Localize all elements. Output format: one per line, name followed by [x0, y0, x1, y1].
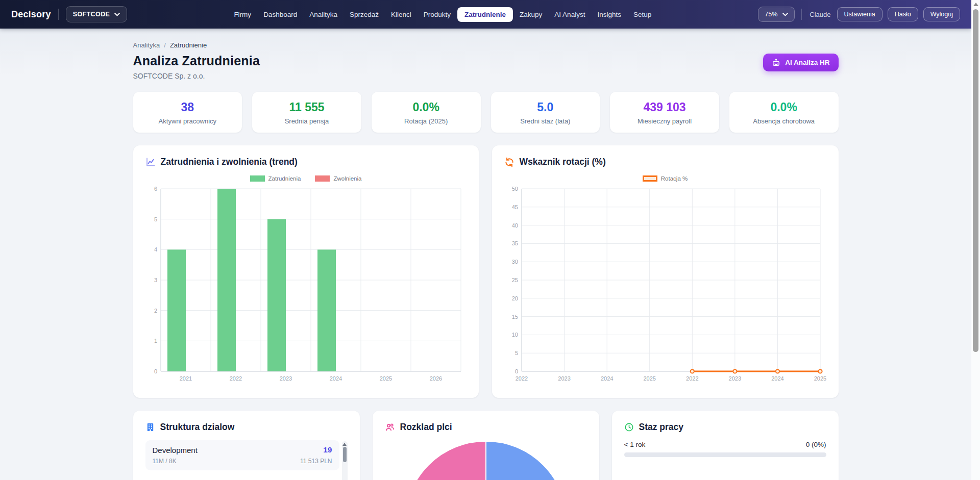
- kpi-card-aktywni-pracownicy: 38 Aktywni pracownicy: [133, 92, 242, 133]
- svg-text:45: 45: [511, 204, 518, 210]
- breadcrumb: Analityka / Zatrudnienie: [133, 41, 839, 49]
- nav-item-ai-analyst[interactable]: AI Analyst: [549, 7, 591, 22]
- departments-card: Struktura dzialow Development 19 11M / 8…: [133, 411, 360, 480]
- scrollbar-up-arrow-icon[interactable]: [973, 3, 978, 6]
- tenure-list: < 1 rok 0 (0%): [624, 441, 826, 457]
- clock-icon: [624, 422, 634, 432]
- svg-text:2023: 2023: [279, 375, 291, 382]
- svg-text:2022: 2022: [229, 375, 241, 382]
- legend-swatch: [250, 175, 265, 182]
- svg-text:2: 2: [154, 308, 157, 314]
- kpi-card-miesieczny-payroll: 439 103 Miesieczny payroll: [610, 92, 719, 133]
- hiring-chart-plot: 0123456202120222023202420252026: [145, 185, 467, 387]
- department-avg-salary: 11 513 PLN: [300, 458, 332, 465]
- scrollbar-thumb[interactable]: [973, 9, 978, 352]
- svg-text:15: 15: [511, 314, 518, 320]
- svg-text:50: 50: [511, 186, 518, 192]
- svg-text:2024: 2024: [771, 375, 783, 382]
- rotation-chart-legend: Rotacja %: [504, 175, 826, 182]
- tenure-value: 0 (0%): [806, 441, 826, 448]
- gender-pie-chart: [385, 440, 587, 480]
- nav-item-setup[interactable]: Setup: [628, 7, 657, 22]
- kpi-value: 0.0%: [733, 100, 835, 114]
- tenure-title: Staz pracy: [639, 422, 684, 433]
- robot-icon: [772, 58, 780, 67]
- people-icon: [385, 422, 395, 433]
- divider: [58, 9, 59, 20]
- legend-item-zwolnienia[interactable]: Zwolnienia: [315, 175, 361, 182]
- kpi-card-srednia-pensja: 11 555 Srednia pensja: [252, 92, 361, 133]
- company-selector[interactable]: SOFTCODE: [66, 6, 128, 22]
- nav-item-firmy[interactable]: Firmy: [228, 7, 257, 22]
- zoom-level-select[interactable]: 75%: [758, 7, 795, 22]
- svg-text:2025: 2025: [814, 375, 826, 382]
- kpi-label: Sredni staz (lata): [495, 117, 596, 125]
- hiring-chart-title: Zatrudnienia i zwolnienia (trend): [161, 157, 298, 167]
- password-button[interactable]: Hasło: [888, 7, 918, 21]
- logout-button[interactable]: Wyloguj: [923, 7, 960, 21]
- svg-text:40: 40: [511, 222, 518, 229]
- gender-card: Rozklad plci: [373, 411, 599, 480]
- tenure-label: < 1 rok: [624, 441, 646, 448]
- hiring-trend-card: Zatrudnienia i zwolnienia (trend) Zatrud…: [133, 145, 479, 398]
- breadcrumb-current: Zatrudnienie: [170, 41, 207, 49]
- gender-title: Rozklad plci: [400, 422, 452, 433]
- department-row-development: Development 19 11M / 8K 11 513 PLN: [145, 440, 339, 470]
- kpi-label: Miesieczny payroll: [614, 117, 715, 125]
- settings-button[interactable]: Ustawienia: [837, 7, 883, 21]
- nav-item-zakupy[interactable]: Zakupy: [514, 7, 548, 22]
- breadcrumb-separator: /: [164, 41, 166, 49]
- rotate-icon: [504, 157, 514, 167]
- legend-item-zatrudnienia[interactable]: Zatrudnienia: [250, 175, 301, 182]
- kpi-value: 5.0: [495, 100, 596, 114]
- departments-title: Struktura dzialow: [160, 422, 235, 433]
- ai-analysis-button[interactable]: AI Analiza HR: [763, 54, 838, 71]
- nav-item-sprzeda[interactable]: Sprzedaż: [344, 7, 384, 22]
- departments-list: Development 19 11M / 8K 11 513 PLN: [145, 440, 348, 470]
- nav-item-dashboard[interactable]: Dashboard: [258, 7, 303, 22]
- nav-item-produkty[interactable]: Produkty: [418, 7, 456, 22]
- nav-item-zatrudnienie[interactable]: Zatrudnienie: [457, 7, 513, 22]
- nav-item-klienci[interactable]: Klienci: [385, 7, 417, 22]
- nav-item-analityka[interactable]: Analityka: [304, 7, 343, 22]
- tenure-progress-track: [624, 452, 826, 457]
- divider: [801, 9, 802, 20]
- line-chart-icon: [145, 157, 156, 167]
- legend-swatch: [315, 175, 330, 182]
- breadcrumb-analityka[interactable]: Analityka: [133, 41, 160, 49]
- department-count: 19: [323, 445, 332, 454]
- svg-text:2023: 2023: [558, 375, 570, 382]
- nav-item-insights[interactable]: Insights: [592, 7, 627, 22]
- tenure-card: Staz pracy < 1 rok 0 (0%): [612, 411, 839, 480]
- kpi-card-absencja-chorobowa: 0.0% Absencja chorobowa: [729, 92, 839, 133]
- tenure-row-1-rok: < 1 rok 0 (0%): [624, 441, 826, 457]
- user-name: Claude: [810, 11, 830, 18]
- building-icon: [145, 422, 155, 432]
- kpi-card-sredni-staz-lata: 5.0 Sredni staz (lata): [491, 92, 600, 133]
- department-list-scrollbar[interactable]: [342, 441, 348, 480]
- legend-swatch: [643, 175, 657, 182]
- app-logo[interactable]: Decisory: [11, 9, 51, 20]
- kpi-card-rotacja-2025: 0.0% Rotacja (2025): [372, 92, 481, 133]
- svg-text:2025: 2025: [643, 375, 655, 382]
- page-title: Analiza Zatrudnienia: [133, 54, 260, 68]
- svg-text:2024: 2024: [600, 375, 612, 382]
- page-scrollbar[interactable]: [971, 0, 980, 480]
- svg-text:0: 0: [154, 368, 157, 374]
- legend-item-rotacja[interactable]: Rotacja %: [643, 175, 688, 182]
- kpi-label: Rotacja (2025): [376, 117, 477, 125]
- svg-text:2025: 2025: [379, 375, 391, 382]
- top-navbar: Decisory SOFTCODE FirmyDashboardAnalityk…: [0, 0, 971, 29]
- zoom-level-value: 75%: [765, 11, 777, 18]
- department-name: Development: [153, 446, 198, 454]
- chevron-down-icon: [114, 13, 120, 16]
- page-subtitle: SOFTCODE Sp. z o.o.: [133, 72, 260, 80]
- scrollbar-thumb[interactable]: [343, 447, 347, 462]
- scrollbar-up-arrow-icon[interactable]: [342, 443, 347, 446]
- svg-text:2022: 2022: [515, 375, 527, 382]
- main-navigation: FirmyDashboardAnalitykaSprzedażKlienciPr…: [127, 7, 758, 22]
- svg-text:20: 20: [511, 295, 518, 301]
- rotation-chart-title: Wskaznik rotacji (%): [520, 157, 606, 167]
- kpi-label: Absencja chorobowa: [733, 117, 835, 125]
- kpi-value: 38: [137, 100, 238, 114]
